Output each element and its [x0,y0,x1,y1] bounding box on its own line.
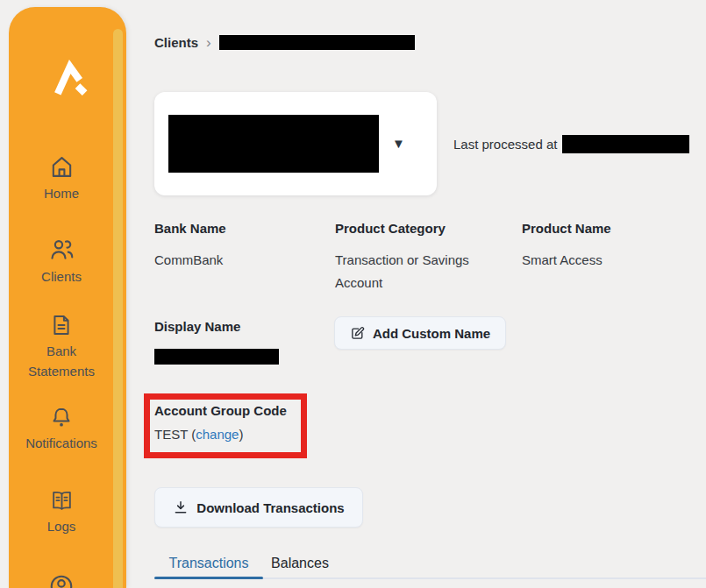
sidebar-item-bank-statements[interactable]: Bank Statements [9,313,114,381]
value-prefix: TEST ( [154,427,196,442]
sidebar-item-label: Notifications [13,433,110,453]
breadcrumb-clients-link[interactable]: Clients [154,35,198,50]
chevron-down-icon: ▼ [392,136,405,151]
field-bank-name: Bank Name CommBank [154,221,325,272]
sidebar-item-logs[interactable]: Logs [9,488,114,536]
account-group-code-value: TEST (change) [154,427,301,442]
field-label: Bank Name [154,221,325,237]
app-logo [50,60,89,98]
field-label: Account Group Code [154,403,301,419]
value-suffix: ) [239,427,243,442]
field-product-name: Product Name Smart Access [522,221,693,272]
tab-label: Transactions [169,556,249,571]
tab-balances[interactable]: Balances [263,549,337,577]
sidebar: Home Clients Bank Statements [9,7,126,588]
annotation-highlight-red-box: Account Group Code TEST (change) [144,393,307,458]
account-name-redacted [168,115,379,173]
field-display-name: Display Name [154,319,325,365]
notifications-icon [49,405,74,429]
field-value: Smart Access [522,249,693,272]
download-transactions-label: Download Transactions [196,500,344,515]
tab-transactions[interactable]: Transactions [154,549,263,577]
field-account-group-code: Account Group Code TEST (change) [150,400,301,442]
chevron-right-icon: › [206,36,211,49]
tab-label: Balances [271,556,329,571]
sidebar-item-clients[interactable]: Clients [9,237,114,287]
display-name-redacted [154,349,279,365]
sidebar-item-label: Clients [13,266,110,287]
breadcrumb: Clients › [154,35,415,50]
sidebar-item-home[interactable]: Home [9,154,114,203]
bank-statements-icon [49,313,74,337]
sidebar-item-notifications[interactable]: Notifications [9,405,114,453]
field-value: CommBank [154,249,325,272]
sidebar-item-label: Logs [13,516,110,536]
app-logo-icon [50,60,89,98]
tab-bar: Transactions Balances [154,549,706,579]
download-icon [173,499,189,515]
sidebar-item-label: Home [13,183,110,203]
field-label: Display Name [154,319,325,335]
breadcrumb-redacted-name [219,35,415,50]
field-value: Transaction or Savings Account [335,249,480,294]
account-icon [48,573,75,588]
add-custom-name-button[interactable]: Add Custom Name [334,316,506,350]
account-selector-dropdown[interactable]: ▼ [154,92,437,195]
sidebar-item-account[interactable] [9,573,114,588]
field-product-category: Product Category Transaction or Savings … [335,221,480,294]
last-processed-redacted [562,135,689,153]
field-label: Product Category [335,221,480,237]
home-icon [49,154,75,180]
add-custom-name-label: Add Custom Name [373,326,490,341]
last-processed-label: Last processed at [453,137,557,152]
sidebar-scrollbar[interactable] [113,29,123,588]
clients-icon [48,237,75,263]
edit-icon [350,326,365,341]
logs-icon [49,488,75,513]
sidebar-item-label: Bank Statements [13,341,110,381]
last-processed-status: Last processed at [453,135,689,153]
field-label: Product Name [522,221,693,237]
download-transactions-button[interactable]: Download Transactions [154,487,363,528]
screen: Home Clients Bank Statements [0,0,706,588]
change-link[interactable]: change [196,427,239,442]
